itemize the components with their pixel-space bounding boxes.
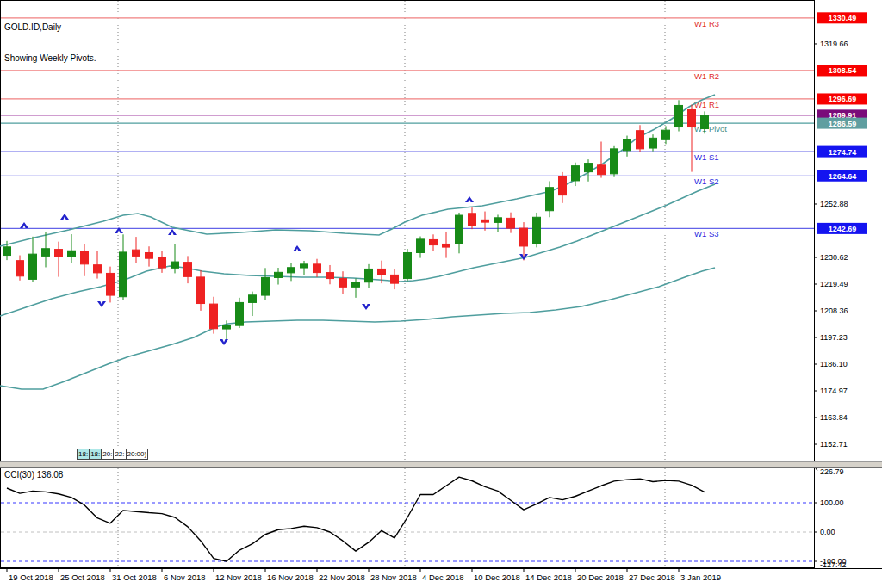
price-badge-label: 1286.59 <box>829 120 857 128</box>
price-tick-label: 1252.88 <box>820 200 848 208</box>
candle-body <box>326 273 334 279</box>
candle-body <box>572 166 580 181</box>
candle-body <box>611 149 618 174</box>
candle-body <box>3 247 11 256</box>
time-tooltip-box: 20:00) <box>126 449 149 460</box>
candle-body <box>352 282 360 288</box>
candle-body <box>559 176 567 195</box>
candle-body <box>701 115 709 128</box>
candle-body <box>94 265 102 273</box>
price-tick-label: 1230.62 <box>820 253 848 262</box>
candle-body <box>16 261 24 276</box>
candle-body <box>598 165 606 175</box>
pivot-label: W1 R2 <box>694 71 719 81</box>
candle-body <box>171 262 179 268</box>
candle-body <box>378 269 386 275</box>
price-badge-label: 1296.69 <box>829 95 857 103</box>
indicator-label: CCI(30) 136.08 <box>4 470 63 480</box>
date-tick-label: 14 Dec 2018 <box>525 573 572 582</box>
candle-body <box>494 218 502 223</box>
candle-body <box>662 130 670 139</box>
candle-body <box>288 268 295 273</box>
price-tick-label: 1186.10 <box>820 360 848 368</box>
candle-body <box>236 302 244 325</box>
pivot-label: W1 S2 <box>694 176 719 186</box>
date-tick-label: 20 Dec 2018 <box>577 573 624 582</box>
candle-body <box>55 250 63 257</box>
candle-body <box>481 220 489 222</box>
price-badge-label: 1242.69 <box>829 225 857 233</box>
candle-body <box>546 188 554 211</box>
date-tick-label: 19 Oct 2018 <box>9 573 53 582</box>
price-tick-label: 1219.49 <box>820 280 848 288</box>
candle-body <box>197 277 205 304</box>
candle-body <box>624 139 631 151</box>
candle-body <box>391 275 399 283</box>
cci-overlap-label: -127.42 <box>820 560 847 569</box>
candle-body <box>262 277 270 295</box>
candle-body <box>42 249 50 257</box>
pane-divider-handle[interactable] <box>0 461 882 468</box>
symbol-timeframe-label: GOLD.ID,Daily <box>4 22 96 33</box>
candle-body <box>184 263 192 277</box>
price-tick-label: 1197.23 <box>820 333 848 342</box>
candle-body <box>637 131 644 149</box>
candle-body <box>120 252 127 297</box>
time-tooltip-box: 18: <box>77 449 90 460</box>
candle-body <box>469 214 476 226</box>
main-pane-frame[interactable] <box>1 1 815 462</box>
candle-body <box>404 252 412 278</box>
date-tick-label: 6 Nov 2018 <box>164 573 206 582</box>
candle-body <box>29 254 37 279</box>
candle-body <box>456 215 463 244</box>
date-tick-label: 31 Oct 2018 <box>112 573 157 582</box>
candle-body <box>507 218 515 228</box>
candle-body <box>146 252 153 258</box>
candle-body <box>339 279 347 288</box>
candle-body <box>210 304 218 329</box>
time-tooltip-boxes: 18:18:20:22:20:00) <box>78 449 148 460</box>
date-tick-label: 10 Dec 2018 <box>474 573 520 582</box>
date-tick-label: 3 Jan 2019 <box>680 573 721 582</box>
price-chart[interactable]: W1 R3W1 R2W1 R1W1 PivotW1 S1W1 S2W1 S313… <box>0 0 882 588</box>
date-tick-label: 22 Nov 2018 <box>319 573 365 582</box>
pivot-label: W1 R3 <box>694 19 719 28</box>
candle-body <box>520 228 528 246</box>
pivot-label: W1 S3 <box>694 229 719 238</box>
candle-body <box>249 295 257 303</box>
candle-body <box>133 250 140 256</box>
candle-body <box>68 251 76 257</box>
candle-body <box>158 257 166 268</box>
price-tick-label: 1208.36 <box>820 306 848 315</box>
date-tick-label: 27 Dec 2018 <box>629 573 675 582</box>
candle-body <box>430 239 438 244</box>
price-tick-label: 1163.84 <box>820 413 848 422</box>
date-tick-label: 4 Dec 2018 <box>422 573 464 582</box>
candle-body <box>301 264 308 268</box>
price-badge-label: 1274.74 <box>829 148 857 157</box>
pivot-label: W1 Pivot <box>694 124 727 133</box>
date-tick-label: 16 Nov 2018 <box>267 573 314 582</box>
price-tick-label: 1319.66 <box>820 40 848 48</box>
date-tick-label: 28 Nov 2018 <box>370 573 417 582</box>
candle-body <box>365 269 373 282</box>
candle-body <box>81 251 89 264</box>
chart-window: W1 R3W1 R2W1 R1W1 PivotW1 S1W1 S2W1 S313… <box>0 0 882 588</box>
date-tick-label: 12 Nov 2018 <box>215 573 262 582</box>
chart-comment-label: Showing Weekly Pivots. <box>4 53 96 64</box>
candle-body <box>417 239 425 253</box>
candle-body <box>107 273 115 295</box>
cci-tick-label: 0.00 <box>820 528 835 536</box>
candle-body <box>314 264 321 273</box>
price-tick-label: 1152.71 <box>820 440 848 449</box>
candle-body <box>688 109 696 127</box>
cci-tick-label: 100.00 <box>820 498 844 507</box>
price-tick-label: 1174.97 <box>820 387 848 395</box>
candle-body <box>443 244 450 247</box>
cci-tick-label: 226.79 <box>820 467 844 476</box>
candle-body <box>675 105 683 127</box>
candle-body <box>649 138 657 148</box>
price-badge-label: 1330.49 <box>829 14 857 22</box>
candle-body <box>275 272 283 277</box>
date-tick-label: 25 Oct 2018 <box>60 573 105 582</box>
